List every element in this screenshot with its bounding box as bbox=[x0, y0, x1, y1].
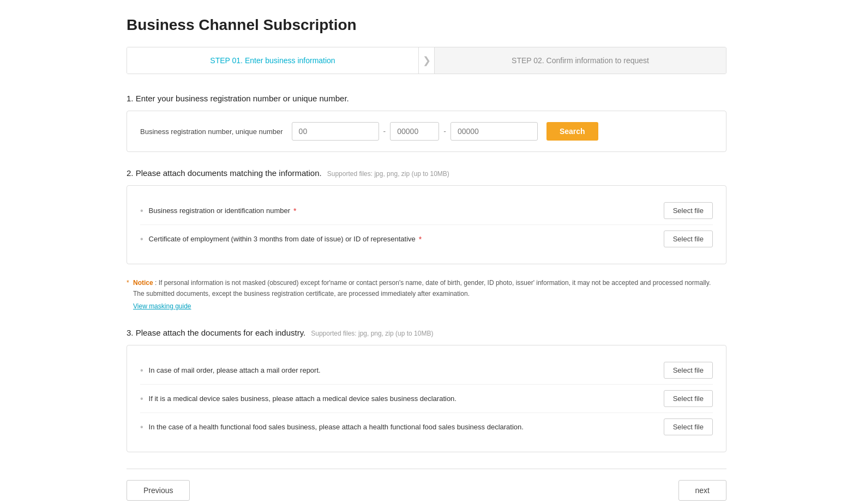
doc-label-text-1: Business registration or identification … bbox=[149, 207, 290, 215]
search-row: Business registration number, unique num… bbox=[140, 122, 713, 141]
select-file-button-2[interactable]: Select file bbox=[664, 230, 713, 247]
section-2-support: Supported files: jpg, png, zip (up to 10… bbox=[327, 170, 449, 178]
bullet-icon-5: • bbox=[140, 422, 143, 432]
section-1-heading: 1. Enter your business registration numb… bbox=[127, 94, 726, 103]
section-2-box: • Business registration or identificatio… bbox=[127, 185, 726, 264]
steps-bar: STEP 01. Enter business information ❯ ST… bbox=[127, 47, 726, 74]
select-file-button-1[interactable]: Select file bbox=[664, 202, 713, 219]
section-1-box: Business registration number, unique num… bbox=[127, 111, 726, 152]
bottom-divider bbox=[127, 469, 726, 469]
dash-2: - bbox=[443, 127, 446, 136]
step-2: STEP 02. Confirm information to request bbox=[435, 47, 726, 74]
table-row: • If it is a medical device sales busine… bbox=[140, 385, 713, 413]
bullet-icon-4: • bbox=[140, 394, 143, 404]
doc-label-1: • Business registration or identificatio… bbox=[140, 206, 296, 216]
notice-label: Notice bbox=[133, 279, 153, 287]
required-mark-2: * bbox=[419, 235, 422, 244]
select-file-button-5[interactable]: Select file bbox=[664, 418, 713, 435]
reg-number-input-1[interactable] bbox=[292, 122, 379, 141]
doc-label-text-5: In the case of a health functional food … bbox=[149, 423, 524, 431]
notice-text-2: The submitted documents, except the busi… bbox=[133, 290, 470, 297]
section-3: 3. Please attach the documents for each … bbox=[127, 328, 726, 452]
select-file-button-3[interactable]: Select file bbox=[664, 362, 713, 379]
bullet-icon-3: • bbox=[140, 366, 143, 375]
bullet-icon-2: • bbox=[140, 234, 143, 244]
table-row: • Business registration or identificatio… bbox=[140, 197, 713, 225]
doc-label-text-4: If it is a medical device sales business… bbox=[149, 394, 456, 403]
reg-number-input-3[interactable] bbox=[450, 122, 538, 141]
doc-label-4: • If it is a medical device sales busine… bbox=[140, 394, 456, 404]
section-3-heading: 3. Please attach the documents for each … bbox=[127, 328, 305, 337]
field-label: Business registration number, unique num… bbox=[140, 127, 283, 136]
step-1-label: STEP 01. Enter business information bbox=[210, 56, 335, 65]
section-1: 1. Enter your business registration numb… bbox=[127, 94, 726, 152]
select-file-button-4[interactable]: Select file bbox=[664, 390, 713, 407]
reg-number-input-2[interactable] bbox=[390, 122, 439, 141]
notice-text-1: : If personal information is not masked … bbox=[155, 279, 711, 287]
bottom-nav: Previous next bbox=[127, 480, 726, 501]
step-1: STEP 01. Enter business information bbox=[127, 47, 418, 74]
doc-label-5: • In the case of a health functional foo… bbox=[140, 422, 524, 432]
table-row: • Certificate of employment (within 3 mo… bbox=[140, 225, 713, 253]
table-row: • In the case of a health functional foo… bbox=[140, 413, 713, 441]
required-mark-1: * bbox=[293, 207, 296, 215]
section-3-support: Supported files: jpg, png, zip (up to 10… bbox=[311, 330, 433, 337]
notice-line-2: The submitted documents, except the busi… bbox=[133, 288, 726, 299]
section-2: 2. Please attach documents matching the … bbox=[127, 168, 726, 312]
dash-1: - bbox=[383, 127, 386, 136]
doc-label-text-2: Certificate of employment (within 3 mont… bbox=[149, 235, 416, 243]
table-row: • In case of mail order, please attach a… bbox=[140, 356, 713, 385]
page-title: Business Channel Subscription bbox=[127, 16, 726, 34]
section-2-header: 2. Please attach documents matching the … bbox=[127, 168, 726, 178]
step-divider: ❯ bbox=[418, 47, 435, 74]
doc-label-text-3: In case of mail order, please attach a m… bbox=[149, 366, 321, 374]
section-3-box: • In case of mail order, please attach a… bbox=[127, 345, 726, 452]
notice-box: * Notice : If personal information is no… bbox=[127, 277, 726, 312]
notice-dot: * bbox=[127, 279, 129, 287]
section-2-heading: 2. Please attach documents matching the … bbox=[127, 168, 322, 178]
masking-guide-link[interactable]: View masking guide bbox=[133, 302, 191, 310]
section-3-header: 3. Please attach the documents for each … bbox=[127, 328, 726, 337]
step-2-label: STEP 02. Confirm information to request bbox=[512, 56, 649, 65]
next-button[interactable]: next bbox=[678, 480, 726, 501]
doc-label-2: • Certificate of employment (within 3 mo… bbox=[140, 234, 422, 244]
bullet-icon-1: • bbox=[140, 206, 143, 216]
search-button[interactable]: Search bbox=[546, 122, 598, 141]
previous-button[interactable]: Previous bbox=[127, 480, 190, 501]
notice-line-1: * Notice : If personal information is no… bbox=[127, 277, 726, 288]
doc-label-3: • In case of mail order, please attach a… bbox=[140, 366, 321, 375]
